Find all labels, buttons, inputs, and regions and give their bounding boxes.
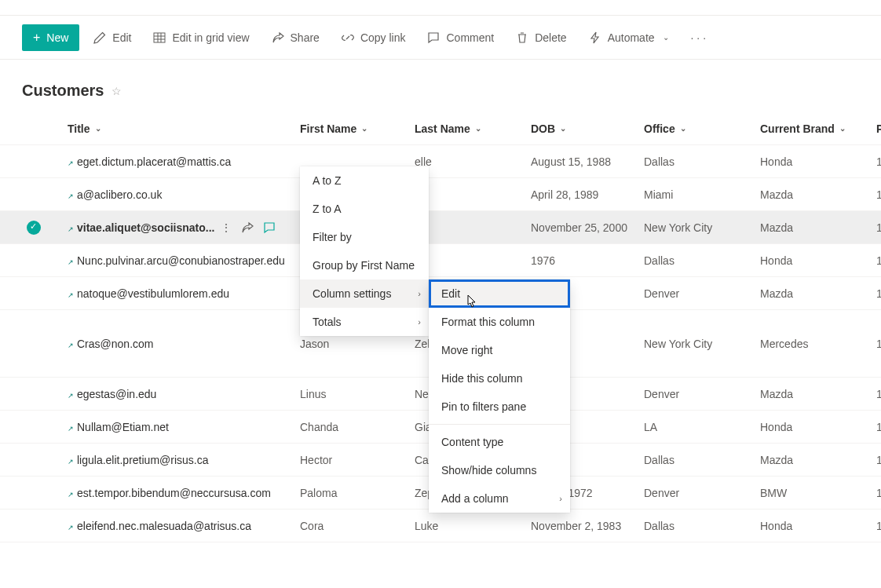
cell-title[interactable]: natoque@vestibulumlorem.edu: [68, 287, 300, 300]
table-row[interactable]: eleifend.nec.malesuada@atrisus.caCoraLuk…: [0, 509, 881, 542]
cell-title[interactable]: eget.dictum.placerat@mattis.ca: [68, 155, 300, 168]
row-select[interactable]: [0, 254, 68, 268]
link-out-icon: [68, 192, 74, 198]
row-select[interactable]: [0, 337, 68, 351]
cell-first-name: Hector: [300, 454, 415, 466]
cell-last-name: ith: [415, 188, 531, 201]
column-header-p[interactable]: P: [876, 122, 881, 135]
cell-title[interactable]: ligula.elit.pretium@risus.ca: [68, 454, 300, 466]
row-select[interactable]: [0, 188, 68, 202]
edit-command[interactable]: Edit: [86, 24, 139, 51]
row-comment-icon[interactable]: [263, 221, 276, 234]
title-text: a@aclibero.co.uk: [77, 188, 162, 201]
submenu-pin[interactable]: Pin to filters pane: [429, 393, 570, 421]
submenu-add-label: Add a column: [441, 492, 509, 505]
row-select[interactable]: [0, 486, 68, 500]
menu-column-settings[interactable]: Column settings›: [300, 279, 429, 308]
submenu-content-type[interactable]: Content type: [429, 428, 570, 456]
menu-totals[interactable]: Totals›: [300, 308, 429, 336]
row-select[interactable]: [0, 519, 68, 533]
copy-link-command[interactable]: Copy link: [334, 24, 414, 51]
row-select[interactable]: [0, 453, 68, 467]
menu-sort-a-z[interactable]: A to Z: [300, 166, 429, 195]
row-select[interactable]: [0, 221, 68, 235]
cell-title[interactable]: Nunc.pulvinar.arcu@conubianostraper.edu: [68, 254, 300, 267]
menu-filter-by[interactable]: Filter by: [300, 223, 429, 251]
cell-title[interactable]: vitae.aliquet@sociisnato...⋮: [68, 221, 300, 234]
cell-title[interactable]: eleifend.nec.malesuada@atrisus.ca: [68, 520, 300, 532]
chevron-right-icon: ›: [418, 289, 421, 298]
checkmark-icon: [27, 486, 41, 500]
chevron-down-icon: ⌄: [680, 124, 686, 133]
row-share-icon[interactable]: [241, 221, 254, 234]
cell-title[interactable]: egestas@in.edu: [68, 388, 300, 400]
cell-brand: Mazda: [760, 188, 876, 201]
submenu-edit[interactable]: Edit: [429, 279, 570, 308]
row-actions: ⋮: [221, 221, 276, 234]
new-button[interactable]: + New: [22, 24, 79, 51]
cell-last-name: Luke: [415, 520, 531, 532]
chevron-down-icon: ⌄: [560, 124, 566, 133]
cell-p: 1: [876, 287, 881, 300]
submenu-hide[interactable]: Hide this column: [429, 364, 570, 393]
menu-group-by[interactable]: Group by First Name: [300, 251, 429, 279]
edit-grid-command[interactable]: Edit in grid view: [145, 24, 257, 51]
column-header-current-brand[interactable]: Current Brand ⌄: [760, 122, 876, 135]
chevron-down-icon: ⌄: [475, 124, 481, 133]
submenu-move-label: Move right: [441, 344, 492, 356]
column-header-title[interactable]: Title ⌄: [68, 122, 300, 135]
column-header-last-name[interactable]: Last Name ⌄: [415, 122, 531, 135]
title-text: natoque@vestibulumlorem.edu: [77, 287, 229, 300]
more-commands[interactable]: · · ·: [683, 31, 714, 44]
menu-a-z-label: A to Z: [313, 174, 342, 187]
submenu-showhide-label: Show/hide columns: [441, 464, 536, 477]
cell-title[interactable]: Cras@non.com: [68, 338, 300, 350]
table-row[interactable]: eget.dictum.placerat@mattis.caelleAugust…: [0, 145, 881, 178]
automate-label: Automate: [608, 31, 655, 44]
column-header-dob[interactable]: DOB ⌄: [531, 122, 644, 135]
menu-divider: [429, 424, 570, 425]
table-row[interactable]: a@aclibero.co.ukithApril 28, 1989MiamiMa…: [0, 178, 881, 211]
row-select[interactable]: [0, 387, 68, 401]
table-header-row: Title ⌄ First Name ⌄ Last Name ⌄ DOB ⌄ O…: [0, 112, 881, 145]
column-header-office[interactable]: Office ⌄: [644, 122, 760, 135]
column-settings-submenu: Edit Format this column Move right Hide …: [429, 279, 570, 513]
cell-title[interactable]: est.tempor.bibendum@neccursusa.com: [68, 487, 300, 499]
column-dob-label: DOB: [531, 122, 555, 135]
row-select[interactable]: [0, 155, 68, 169]
cell-p: 1: [876, 188, 881, 201]
cell-brand: Honda: [760, 520, 876, 532]
share-command[interactable]: Share: [264, 24, 327, 51]
menu-sort-z-a[interactable]: Z to A: [300, 195, 429, 223]
comment-command[interactable]: Comment: [419, 24, 502, 51]
menu-totals-label: Totals: [313, 316, 342, 328]
column-p-label: P: [876, 122, 881, 135]
link-out-icon: [68, 341, 74, 347]
row-select[interactable]: [0, 420, 68, 434]
submenu-format[interactable]: Format this column: [429, 308, 570, 336]
submenu-move-right[interactable]: Move right: [429, 336, 570, 364]
cell-dob: April 28, 1989: [531, 188, 644, 201]
table-row[interactable]: vitae.aliquet@sociisnato...⋮ithNovember …: [0, 211, 881, 244]
cell-p: 1: [876, 254, 881, 267]
cell-office: Denver: [644, 287, 760, 300]
column-header-first-name[interactable]: First Name ⌄: [300, 122, 415, 135]
cell-last-name: elle: [415, 155, 531, 168]
row-more-icon[interactable]: ⋮: [221, 221, 232, 234]
row-select[interactable]: [0, 287, 68, 301]
delete-command[interactable]: Delete: [508, 24, 574, 51]
checkmark-icon: [27, 221, 41, 235]
favorite-star-icon[interactable]: ☆: [111, 85, 122, 97]
cell-first-name: Jason: [300, 338, 415, 350]
cell-first-name: Chanda: [300, 421, 415, 433]
automate-command[interactable]: Automate ⌄: [581, 24, 677, 51]
title-text: vitae.aliquet@sociisnato...: [77, 221, 214, 234]
cell-title[interactable]: a@aclibero.co.uk: [68, 188, 300, 201]
table-row[interactable]: Nunc.pulvinar.arcu@conubianostraper.edu1…: [0, 244, 881, 277]
submenu-add-column[interactable]: Add a column›: [429, 484, 570, 513]
submenu-show-hide[interactable]: Show/hide columns: [429, 456, 570, 484]
checkmark-icon: [27, 287, 41, 301]
share-icon: [272, 31, 284, 44]
cell-title[interactable]: Nullam@Etiam.net: [68, 421, 300, 433]
share-label: Share: [291, 31, 320, 44]
